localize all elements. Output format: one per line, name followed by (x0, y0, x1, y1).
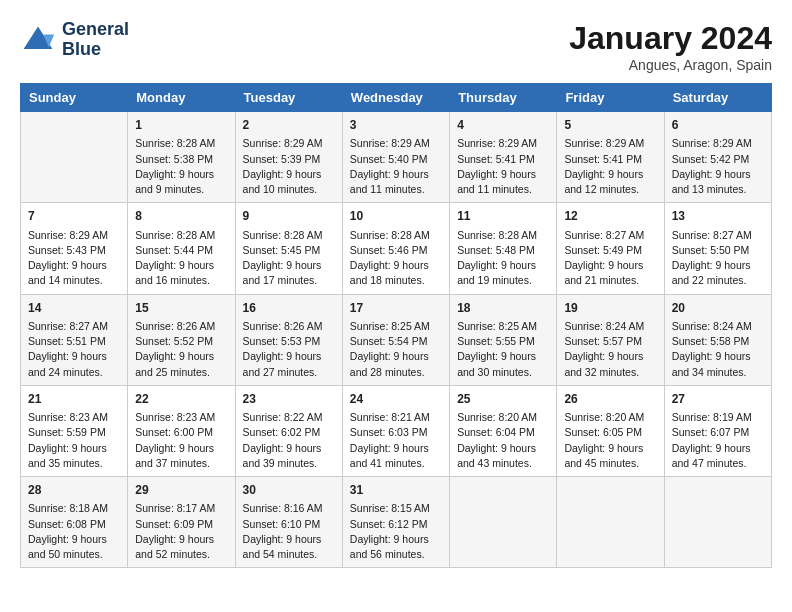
calendar-title: January 2024 (569, 20, 772, 57)
day-info: Sunrise: 8:27 AM Sunset: 5:49 PM Dayligh… (564, 228, 656, 289)
calendar-cell: 4Sunrise: 8:29 AM Sunset: 5:41 PM Daylig… (450, 112, 557, 203)
calendar-cell: 2Sunrise: 8:29 AM Sunset: 5:39 PM Daylig… (235, 112, 342, 203)
calendar-cell: 6Sunrise: 8:29 AM Sunset: 5:42 PM Daylig… (664, 112, 771, 203)
day-number: 5 (564, 117, 656, 134)
day-number: 4 (457, 117, 549, 134)
calendar-cell: 31Sunrise: 8:15 AM Sunset: 6:12 PM Dayli… (342, 477, 449, 568)
calendar-table: SundayMondayTuesdayWednesdayThursdayFrid… (20, 83, 772, 568)
weekday-header-tuesday: Tuesday (235, 84, 342, 112)
day-info: Sunrise: 8:29 AM Sunset: 5:39 PM Dayligh… (243, 136, 335, 197)
calendar-cell: 14Sunrise: 8:27 AM Sunset: 5:51 PM Dayli… (21, 294, 128, 385)
calendar-cell: 7Sunrise: 8:29 AM Sunset: 5:43 PM Daylig… (21, 203, 128, 294)
calendar-cell: 23Sunrise: 8:22 AM Sunset: 6:02 PM Dayli… (235, 385, 342, 476)
day-number: 25 (457, 391, 549, 408)
weekday-header-saturday: Saturday (664, 84, 771, 112)
day-number: 22 (135, 391, 227, 408)
day-info: Sunrise: 8:28 AM Sunset: 5:46 PM Dayligh… (350, 228, 442, 289)
calendar-subtitle: Angues, Aragon, Spain (569, 57, 772, 73)
day-number: 13 (672, 208, 764, 225)
day-number: 9 (243, 208, 335, 225)
day-number: 15 (135, 300, 227, 317)
logo-text: General Blue (62, 20, 129, 60)
day-number: 19 (564, 300, 656, 317)
day-number: 28 (28, 482, 120, 499)
day-info: Sunrise: 8:27 AM Sunset: 5:50 PM Dayligh… (672, 228, 764, 289)
calendar-cell: 28Sunrise: 8:18 AM Sunset: 6:08 PM Dayli… (21, 477, 128, 568)
day-number: 16 (243, 300, 335, 317)
calendar-week-row: 21Sunrise: 8:23 AM Sunset: 5:59 PM Dayli… (21, 385, 772, 476)
day-info: Sunrise: 8:28 AM Sunset: 5:38 PM Dayligh… (135, 136, 227, 197)
calendar-cell: 5Sunrise: 8:29 AM Sunset: 5:41 PM Daylig… (557, 112, 664, 203)
calendar-cell: 15Sunrise: 8:26 AM Sunset: 5:52 PM Dayli… (128, 294, 235, 385)
day-info: Sunrise: 8:23 AM Sunset: 6:00 PM Dayligh… (135, 410, 227, 471)
day-info: Sunrise: 8:20 AM Sunset: 6:05 PM Dayligh… (564, 410, 656, 471)
day-info: Sunrise: 8:20 AM Sunset: 6:04 PM Dayligh… (457, 410, 549, 471)
calendar-cell: 30Sunrise: 8:16 AM Sunset: 6:10 PM Dayli… (235, 477, 342, 568)
day-info: Sunrise: 8:29 AM Sunset: 5:42 PM Dayligh… (672, 136, 764, 197)
calendar-cell: 8Sunrise: 8:28 AM Sunset: 5:44 PM Daylig… (128, 203, 235, 294)
day-info: Sunrise: 8:23 AM Sunset: 5:59 PM Dayligh… (28, 410, 120, 471)
calendar-cell: 13Sunrise: 8:27 AM Sunset: 5:50 PM Dayli… (664, 203, 771, 294)
day-info: Sunrise: 8:26 AM Sunset: 5:53 PM Dayligh… (243, 319, 335, 380)
day-number: 14 (28, 300, 120, 317)
logo: General Blue (20, 20, 129, 60)
calendar-cell (21, 112, 128, 203)
day-number: 18 (457, 300, 549, 317)
day-info: Sunrise: 8:21 AM Sunset: 6:03 PM Dayligh… (350, 410, 442, 471)
day-number: 31 (350, 482, 442, 499)
day-info: Sunrise: 8:26 AM Sunset: 5:52 PM Dayligh… (135, 319, 227, 380)
day-number: 17 (350, 300, 442, 317)
day-info: Sunrise: 8:29 AM Sunset: 5:41 PM Dayligh… (457, 136, 549, 197)
calendar-cell: 27Sunrise: 8:19 AM Sunset: 6:07 PM Dayli… (664, 385, 771, 476)
calendar-cell (450, 477, 557, 568)
day-number: 24 (350, 391, 442, 408)
day-info: Sunrise: 8:27 AM Sunset: 5:51 PM Dayligh… (28, 319, 120, 380)
day-info: Sunrise: 8:25 AM Sunset: 5:55 PM Dayligh… (457, 319, 549, 380)
day-number: 7 (28, 208, 120, 225)
day-number: 30 (243, 482, 335, 499)
calendar-cell: 20Sunrise: 8:24 AM Sunset: 5:58 PM Dayli… (664, 294, 771, 385)
calendar-cell: 26Sunrise: 8:20 AM Sunset: 6:05 PM Dayli… (557, 385, 664, 476)
day-info: Sunrise: 8:28 AM Sunset: 5:48 PM Dayligh… (457, 228, 549, 289)
day-info: Sunrise: 8:18 AM Sunset: 6:08 PM Dayligh… (28, 501, 120, 562)
logo-line2: Blue (62, 40, 129, 60)
logo-icon (20, 22, 56, 58)
weekday-header-monday: Monday (128, 84, 235, 112)
calendar-cell: 19Sunrise: 8:24 AM Sunset: 5:57 PM Dayli… (557, 294, 664, 385)
day-number: 3 (350, 117, 442, 134)
calendar-cell: 18Sunrise: 8:25 AM Sunset: 5:55 PM Dayli… (450, 294, 557, 385)
calendar-week-row: 7Sunrise: 8:29 AM Sunset: 5:43 PM Daylig… (21, 203, 772, 294)
day-info: Sunrise: 8:29 AM Sunset: 5:40 PM Dayligh… (350, 136, 442, 197)
calendar-cell: 12Sunrise: 8:27 AM Sunset: 5:49 PM Dayli… (557, 203, 664, 294)
title-block: January 2024 Angues, Aragon, Spain (569, 20, 772, 73)
day-info: Sunrise: 8:24 AM Sunset: 5:57 PM Dayligh… (564, 319, 656, 380)
calendar-cell: 29Sunrise: 8:17 AM Sunset: 6:09 PM Dayli… (128, 477, 235, 568)
calendar-week-row: 28Sunrise: 8:18 AM Sunset: 6:08 PM Dayli… (21, 477, 772, 568)
calendar-cell: 3Sunrise: 8:29 AM Sunset: 5:40 PM Daylig… (342, 112, 449, 203)
day-number: 6 (672, 117, 764, 134)
day-number: 8 (135, 208, 227, 225)
calendar-cell: 9Sunrise: 8:28 AM Sunset: 5:45 PM Daylig… (235, 203, 342, 294)
day-info: Sunrise: 8:17 AM Sunset: 6:09 PM Dayligh… (135, 501, 227, 562)
day-info: Sunrise: 8:25 AM Sunset: 5:54 PM Dayligh… (350, 319, 442, 380)
day-number: 10 (350, 208, 442, 225)
calendar-cell: 10Sunrise: 8:28 AM Sunset: 5:46 PM Dayli… (342, 203, 449, 294)
calendar-cell: 11Sunrise: 8:28 AM Sunset: 5:48 PM Dayli… (450, 203, 557, 294)
calendar-cell: 21Sunrise: 8:23 AM Sunset: 5:59 PM Dayli… (21, 385, 128, 476)
calendar-body: 1Sunrise: 8:28 AM Sunset: 5:38 PM Daylig… (21, 112, 772, 568)
day-info: Sunrise: 8:28 AM Sunset: 5:44 PM Dayligh… (135, 228, 227, 289)
day-info: Sunrise: 8:28 AM Sunset: 5:45 PM Dayligh… (243, 228, 335, 289)
day-number: 1 (135, 117, 227, 134)
calendar-cell: 24Sunrise: 8:21 AM Sunset: 6:03 PM Dayli… (342, 385, 449, 476)
day-info: Sunrise: 8:29 AM Sunset: 5:41 PM Dayligh… (564, 136, 656, 197)
calendar-cell: 17Sunrise: 8:25 AM Sunset: 5:54 PM Dayli… (342, 294, 449, 385)
day-number: 23 (243, 391, 335, 408)
day-info: Sunrise: 8:19 AM Sunset: 6:07 PM Dayligh… (672, 410, 764, 471)
day-number: 2 (243, 117, 335, 134)
weekday-header-sunday: Sunday (21, 84, 128, 112)
day-info: Sunrise: 8:29 AM Sunset: 5:43 PM Dayligh… (28, 228, 120, 289)
weekday-header-row: SundayMondayTuesdayWednesdayThursdayFrid… (21, 84, 772, 112)
day-number: 21 (28, 391, 120, 408)
weekday-header-thursday: Thursday (450, 84, 557, 112)
calendar-header: SundayMondayTuesdayWednesdayThursdayFrid… (21, 84, 772, 112)
